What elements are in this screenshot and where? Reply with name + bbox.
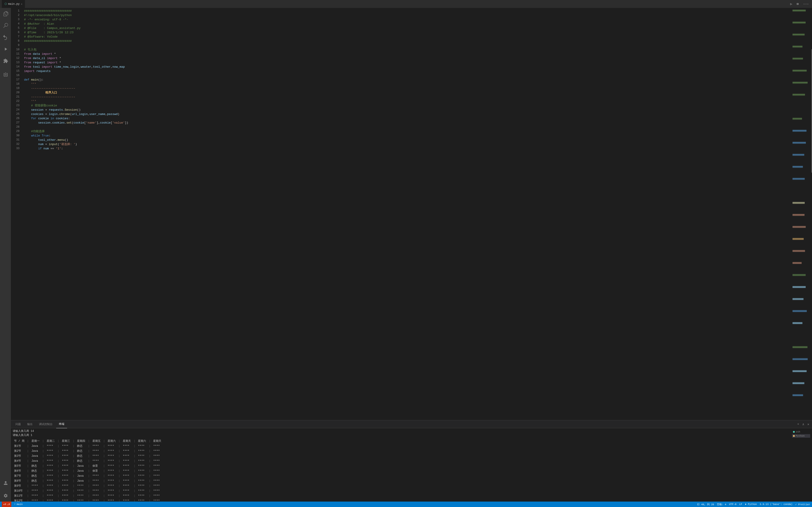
terminal-line-1: 请输入第几周 14: [13, 429, 790, 433]
code-line-11: from data import *: [22, 52, 792, 56]
session-label-zsh: zsh: [796, 431, 800, 433]
python-file-icon: ⬡: [5, 2, 7, 6]
code-content[interactable]: ########################### #!/opt/anaco…: [22, 8, 792, 420]
tab-terminal[interactable]: 终端: [56, 420, 67, 428]
settings-icon[interactable]: [1, 492, 9, 500]
code-line-26: for cookie in cookies:: [22, 116, 792, 121]
test-icon[interactable]: [1, 70, 9, 78]
minimap: [792, 8, 812, 420]
close-panel-button[interactable]: ✕: [807, 422, 810, 427]
code-line-24: session = requests.Session(): [22, 108, 792, 112]
add-terminal-button[interactable]: +: [796, 422, 800, 427]
code-editor[interactable]: 1234567891011121314151617181920212223242…: [11, 8, 812, 420]
main-container: 1234567891011121314151617181920212223242…: [0, 8, 812, 502]
tab-output[interactable]: 输出: [24, 420, 35, 428]
file-encoding[interactable]: UTF-8: [729, 503, 737, 506]
table-row: 第2节| Java| ****| ****| 静态| ****| ****| *…: [13, 449, 163, 454]
table-row: 第12节| ****| ****| ****| ****| ****| ****…: [13, 498, 163, 502]
col-node: 节 / 周: [13, 439, 26, 444]
code-line-14: from tool import time_now,login,weater,t…: [22, 65, 792, 69]
cursor-position[interactable]: 行 49, 列 26: [697, 503, 714, 506]
code-line-10: # 引入包: [22, 48, 792, 52]
git-icon: ⑂: [14, 503, 16, 506]
panel-tabs: 问题 输出 调试控制台 终端 + ∧ ✕: [11, 420, 812, 428]
code-line-31: tool_other.menu(): [22, 138, 792, 142]
col-mon: 星期一: [30, 439, 41, 444]
run-button[interactable]: ▷: [789, 2, 794, 6]
code-line-27: session.cookies.set(cookie['name'],cooki…: [22, 121, 792, 125]
error-count[interactable]: ✕ 0 ⚠ 0: [2, 502, 11, 507]
col-sat2: 星期六: [137, 439, 148, 444]
error-icon: ✕: [3, 503, 5, 506]
status-right: 行 49, 列 26 空格: 4 UTF-8 LF ♦ Python 3.9.1…: [697, 503, 810, 506]
more-actions-button[interactable]: ···: [802, 2, 810, 6]
code-line-18: ''': [22, 82, 792, 86]
code-line-8: ###########################: [22, 39, 792, 43]
source-control-icon[interactable]: [1, 33, 9, 42]
code-line-21: -------------------------: [22, 95, 792, 99]
code-line-7: # @Software: VsCode: [22, 35, 792, 39]
col-sat1: 星期六: [106, 439, 117, 444]
code-line-17: def main():: [22, 78, 792, 82]
panel-tab-actions: + ∧ ✕: [796, 422, 810, 427]
schedule-table: 节 / 周 | 星期一 | 星期二 | 星期三 | 星期四 | 星期五 |: [13, 439, 163, 502]
minimap-canvas: [792, 8, 812, 420]
tab-problems[interactable]: 问题: [13, 420, 23, 428]
python-interpreter[interactable]: ♦ Python: [745, 503, 757, 506]
terminal-line-2: 请输入第几周 1: [13, 433, 790, 437]
indentation[interactable]: 空格: 4: [717, 503, 726, 506]
code-line-25: cookies = login.chrome(url_login,user_na…: [22, 112, 792, 116]
col-thu: 星期四: [76, 439, 87, 444]
code-line-5: # @File : Campus_assistant.py: [22, 26, 792, 30]
code-line-22: ''': [22, 99, 792, 103]
line-numbers: 1234567891011121314151617181920212223242…: [11, 8, 22, 420]
code-line-19: -------------------------: [22, 86, 792, 91]
table-row: 第6节| 静态| ****| ****| Java| 体育| ****| ***…: [13, 468, 163, 473]
table-row: 第7节| 静态| ****| ****| Java| ****| ****| *…: [13, 473, 163, 478]
table-row: 第11节| ****| ****| ****| ****| ****| ****…: [13, 494, 163, 498]
terminal-output: 请输入第几周 14 请输入第几周 1 节 / 周 | 星期一 | 星期二 | 星…: [13, 429, 790, 501]
code-line-23: # 登陆获取cookie: [22, 103, 792, 108]
account-icon[interactable]: [1, 479, 9, 487]
code-line-33: if num == '1':: [22, 147, 792, 151]
col-fri: 星期五: [91, 439, 102, 444]
code-line-3: # -*- encoding: utf-8 -*-: [22, 17, 792, 22]
terminal-session-python[interactable]: Python: [792, 434, 810, 438]
table-row: 第9节| ****| ****| ****| ****| ****| ****|…: [13, 484, 163, 489]
terminal-content[interactable]: 请输入第几周 14 请输入第几周 1 节 / 周 | 星期一 | 星期二 | 星…: [11, 428, 812, 502]
table-row: 第10节| ****| ****| ****| ****| ****| ****…: [13, 489, 163, 494]
tab-debug-console[interactable]: 调试控制台: [36, 420, 55, 428]
code-line-4: # @Author : Alan: [22, 22, 792, 26]
table-row: 第3节| Java| ****| ****| 静态| ****| ****| *…: [13, 454, 163, 459]
terminal-session-zsh[interactable]: zsh: [792, 430, 810, 434]
run-debug-icon[interactable]: [1, 45, 9, 53]
code-line-1: ###########################: [22, 9, 792, 13]
code-line-2: #!/opt/anaconda3/bin/python: [22, 13, 792, 17]
warning-icon: ⚠: [7, 503, 9, 506]
split-editor-button[interactable]: ⊟: [795, 2, 800, 6]
terminal-session-list: zsh Python: [792, 429, 810, 501]
line-ending[interactable]: LF: [739, 503, 742, 506]
table-row: 第1节| Java| ****| ****| 静态| ****| ****| *…: [13, 444, 163, 449]
code-line-12: from data_cl import *: [22, 56, 792, 60]
collapse-panel-button[interactable]: ∧: [801, 422, 805, 427]
terminal-panel: 问题 输出 调试控制台 终端 + ∧ ✕ 请输入第几周 14 请输入第几周 1: [11, 420, 812, 502]
code-line-32: num = input('请选择: '): [22, 142, 792, 147]
explorer-icon[interactable]: [1, 10, 9, 18]
editor-tab[interactable]: ⬡ main.py ✕: [2, 0, 25, 8]
tab-filename: main.py: [8, 2, 19, 6]
formatter[interactable]: ✓ Prettier: [795, 503, 810, 506]
extensions-icon[interactable]: [1, 57, 9, 65]
col-wed: 星期三: [60, 439, 71, 444]
code-line-9: [22, 43, 792, 48]
code-line-20: 程序入口: [22, 91, 792, 95]
code-line-15: import requests: [22, 69, 792, 73]
col-tue: 星期二: [45, 439, 56, 444]
code-line-13: from request import *: [22, 60, 792, 65]
git-branch[interactable]: ⑂ main: [14, 503, 22, 506]
search-icon[interactable]: [1, 21, 9, 30]
table-header-row: 节 / 周 | 星期一 | 星期二 | 星期三 | 星期四 | 星期五 |: [13, 439, 163, 444]
python-version[interactable]: 3.9.13 ('base': conda): [760, 503, 793, 506]
code-line-29: #功能选择: [22, 129, 792, 133]
tab-close-button[interactable]: ✕: [21, 3, 22, 5]
